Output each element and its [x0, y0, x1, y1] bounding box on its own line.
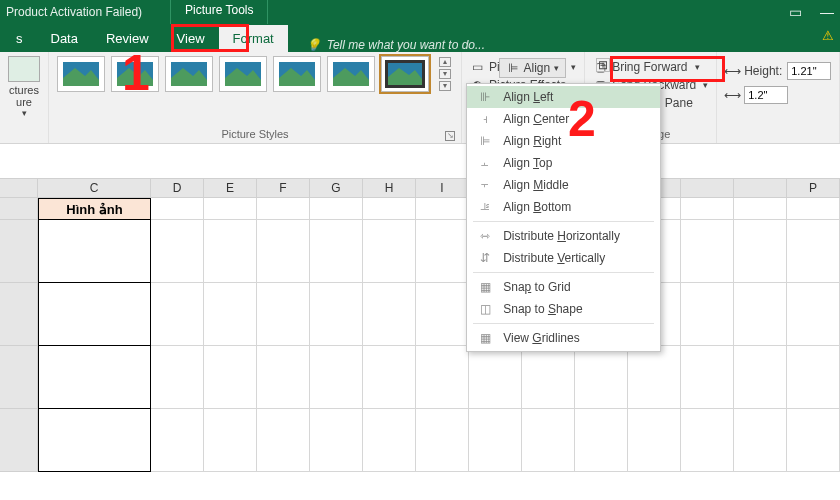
corrections-button[interactable]: ctures ure ▾ [8, 56, 40, 118]
bring-forward-button[interactable]: ▢Bring Forward▾ [593, 60, 708, 74]
tab-format[interactable]: Format [219, 25, 288, 52]
width-input[interactable] [744, 86, 788, 104]
group-size: ⟷ Height: ⟷ [717, 52, 840, 143]
ribbon: ctures ure ▾ ▴▾▾ Picture Styles↘ ▭Pictur… [0, 52, 840, 144]
style-thumb-4[interactable] [219, 56, 267, 92]
col-F[interactable]: F [257, 179, 310, 198]
col-C[interactable]: C [38, 179, 151, 198]
distribute-vert-item[interactable]: ⇵Distribute Vertically [467, 247, 660, 269]
ribbon-options-icon[interactable]: ▭ [789, 4, 802, 20]
activation-notice: Product Activation Failed) [6, 5, 142, 19]
col-H[interactable]: H [363, 179, 416, 198]
align-bottom-icon: ⫡ [477, 200, 493, 214]
titlebar: Product Activation Failed) Picture Tools… [0, 0, 840, 24]
worksheet[interactable]: C D E F G H I J K L P Hình ảnh [0, 144, 840, 472]
table-row[interactable] [38, 409, 151, 472]
align-right-item[interactable]: ⊫Align Right [467, 130, 660, 152]
style-gallery-scroll[interactable]: ▴▾▾ [439, 57, 453, 91]
caret-down-icon: ▾ [554, 63, 559, 73]
distribute-v-icon: ⇵ [477, 251, 493, 265]
group-adjust: ctures ure ▾ [0, 52, 49, 143]
align-left-icon: ⊪ [477, 90, 493, 104]
tab-data[interactable]: Data [37, 25, 92, 52]
style-thumb-6[interactable] [327, 56, 375, 92]
group-adjust-label [8, 128, 40, 143]
lightbulb-icon: 💡 [306, 38, 321, 52]
snap-to-grid-item[interactable]: ▦Snap to Grid [467, 276, 660, 298]
align-middle-icon: ⫟ [477, 178, 493, 192]
align-right-icon: ⊫ [477, 134, 493, 148]
height-input[interactable] [787, 62, 831, 80]
height-field-row: ⟷ Height: [725, 62, 831, 80]
align-middle-item[interactable]: ⫟Align Middle [467, 174, 660, 196]
align-center-item[interactable]: ⫞Align Center [467, 108, 660, 130]
tab-review[interactable]: Review [92, 25, 163, 52]
align-left-item[interactable]: ⊪Align Left [467, 86, 660, 108]
height-icon: ⟷ [725, 64, 739, 78]
group-styles-label: Picture Styles↘ [57, 128, 453, 143]
col-P[interactable]: P [787, 179, 840, 198]
view-gridlines-item[interactable]: ▦View Gridlines [467, 327, 660, 349]
style-thumb-3[interactable] [165, 56, 213, 92]
col-G[interactable]: G [310, 179, 363, 198]
align-icon: ⊫ [506, 61, 520, 75]
align-button[interactable]: ⊫ Align ▾ ⊪Align Left ⫞Align Center ⊫Ali… [499, 58, 567, 78]
col-E[interactable]: E [204, 179, 257, 198]
contextual-tab-label: Picture Tools [170, 0, 268, 24]
table-row[interactable] [38, 220, 151, 283]
align-bottom-item[interactable]: ⫡Align Bottom [467, 196, 660, 218]
col-D[interactable]: D [151, 179, 204, 198]
table-row[interactable] [38, 283, 151, 346]
width-field-row: ⟷ [725, 86, 831, 104]
distribute-horiz-item[interactable]: ⇿Distribute Horizontally [467, 225, 660, 247]
style-thumb-7[interactable] [381, 56, 429, 92]
table-row[interactable] [38, 346, 151, 409]
align-top-item[interactable]: ⫠Align Top [467, 152, 660, 174]
minimize-icon[interactable]: — [820, 4, 834, 20]
gridlines-icon: ▦ [477, 331, 493, 345]
dialog-launcher-icon[interactable]: ↘ [445, 131, 455, 141]
column-headers: C D E F G H I J K L P [0, 178, 840, 198]
style-thumb-5[interactable] [273, 56, 321, 92]
tab-view[interactable]: View [163, 25, 219, 52]
snap-shape-icon: ◫ [477, 302, 493, 316]
warning-icon: ⚠ [822, 28, 834, 43]
col-I[interactable]: I [416, 179, 469, 198]
group-picture-styles: ▴▾▾ Picture Styles↘ [49, 52, 462, 143]
align-top-icon: ⫠ [477, 156, 493, 170]
snap-to-shape-item[interactable]: ◫Snap to Shape [467, 298, 660, 320]
group-objects-button[interactable]: ⊞ [596, 58, 610, 72]
row-headers [0, 198, 38, 472]
width-icon: ⟷ [725, 88, 739, 102]
header-cell[interactable]: Hình ảnh [38, 198, 151, 220]
tell-me-search[interactable]: 💡 Tell me what you want to do... [306, 38, 485, 52]
col-hidden3[interactable] [734, 179, 787, 198]
distribute-h-icon: ⇿ [477, 229, 493, 243]
align-center-icon: ⫞ [477, 112, 493, 126]
ribbon-tabs: s Data Review View Format 💡 Tell me what… [0, 24, 840, 52]
tab-partial[interactable]: s [2, 25, 37, 52]
group-arrange: ▢Bring Forward▾ ▢Send Backward▾ ▤Selecti… [585, 52, 717, 143]
style-thumb-1[interactable] [57, 56, 105, 92]
snap-grid-icon: ▦ [477, 280, 493, 294]
border-icon: ▭ [470, 60, 484, 74]
col-hidden2[interactable] [681, 179, 734, 198]
style-thumb-2[interactable] [111, 56, 159, 92]
align-dropdown: ⊪Align Left ⫞Align Center ⊫Align Right ⫠… [466, 83, 661, 352]
